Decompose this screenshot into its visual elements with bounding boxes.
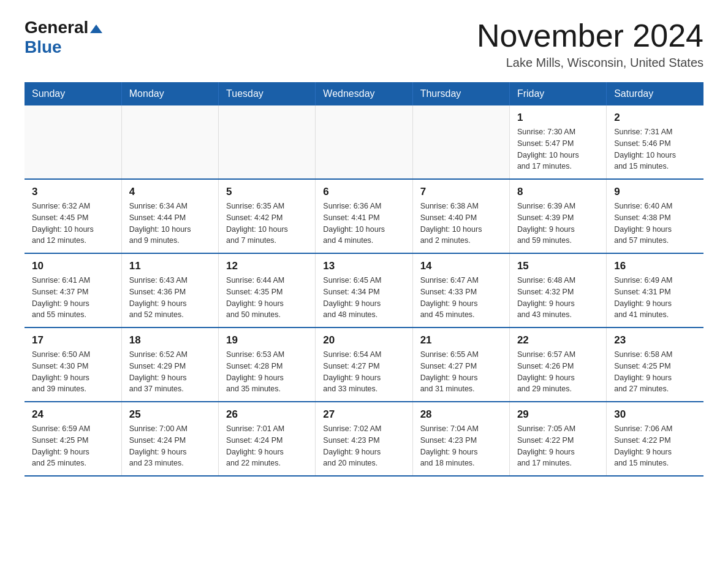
day-number: 28 (420, 408, 502, 421)
weekday-header-thursday: Thursday (412, 82, 509, 105)
weekday-header-saturday: Saturday (607, 82, 703, 105)
calendar-cell: 16Sunrise: 6:49 AM Sunset: 4:31 PM Dayli… (607, 253, 703, 327)
calendar-cell: 13Sunrise: 6:45 AM Sunset: 4:34 PM Dayli… (316, 253, 412, 327)
day-info: Sunrise: 7:31 AM Sunset: 5:46 PM Dayligh… (614, 126, 696, 172)
location-title: Lake Mills, Wisconsin, United States (477, 56, 703, 70)
day-info: Sunrise: 7:04 AM Sunset: 4:23 PM Dayligh… (420, 423, 502, 469)
weekday-header-sunday: Sunday (25, 82, 121, 105)
day-info: Sunrise: 6:59 AM Sunset: 4:25 PM Dayligh… (32, 423, 114, 469)
weekday-header-friday: Friday (509, 82, 606, 105)
calendar-cell: 23Sunrise: 6:58 AM Sunset: 4:25 PM Dayli… (607, 327, 703, 402)
day-info: Sunrise: 6:39 AM Sunset: 4:39 PM Dayligh… (517, 201, 599, 247)
day-number: 30 (614, 408, 696, 421)
day-info: Sunrise: 6:35 AM Sunset: 4:42 PM Dayligh… (226, 201, 308, 247)
day-info: Sunrise: 7:02 AM Sunset: 4:23 PM Dayligh… (323, 423, 404, 469)
calendar-cell: 25Sunrise: 7:00 AM Sunset: 4:24 PM Dayli… (121, 402, 218, 476)
day-info: Sunrise: 6:38 AM Sunset: 4:40 PM Dayligh… (420, 201, 502, 247)
calendar-cell: 6Sunrise: 6:36 AM Sunset: 4:41 PM Daylig… (316, 179, 412, 253)
calendar-cell: 28Sunrise: 7:04 AM Sunset: 4:23 PM Dayli… (412, 402, 509, 476)
day-info: Sunrise: 6:52 AM Sunset: 4:29 PM Dayligh… (129, 349, 211, 395)
day-number: 1 (517, 112, 599, 124)
day-number: 12 (226, 260, 308, 272)
day-number: 17 (32, 334, 114, 347)
day-info: Sunrise: 6:58 AM Sunset: 4:25 PM Dayligh… (614, 349, 696, 395)
day-number: 8 (517, 186, 599, 198)
calendar-table: SundayMondayTuesdayWednesdayThursdayFrid… (25, 82, 703, 477)
day-info: Sunrise: 6:43 AM Sunset: 4:36 PM Dayligh… (129, 275, 211, 321)
calendar-cell: 9Sunrise: 6:40 AM Sunset: 4:38 PM Daylig… (607, 179, 703, 253)
day-number: 2 (614, 112, 696, 124)
day-number: 3 (32, 186, 114, 198)
logo-general-text: General (25, 18, 102, 37)
calendar-cell: 14Sunrise: 6:47 AM Sunset: 4:33 PM Dayli… (412, 253, 509, 327)
calendar-cell: 27Sunrise: 7:02 AM Sunset: 4:23 PM Dayli… (316, 402, 412, 476)
day-number: 7 (420, 186, 502, 198)
calendar-cell: 1Sunrise: 7:30 AM Sunset: 5:47 PM Daylig… (509, 105, 606, 179)
calendar-header: SundayMondayTuesdayWednesdayThursdayFrid… (25, 82, 703, 105)
day-number: 11 (129, 260, 211, 272)
calendar-cell: 2Sunrise: 7:31 AM Sunset: 5:46 PM Daylig… (607, 105, 703, 179)
day-info: Sunrise: 7:01 AM Sunset: 4:24 PM Dayligh… (226, 423, 308, 469)
day-info: Sunrise: 6:48 AM Sunset: 4:32 PM Dayligh… (517, 275, 599, 321)
day-info: Sunrise: 6:53 AM Sunset: 4:28 PM Dayligh… (226, 349, 308, 395)
day-info: Sunrise: 6:45 AM Sunset: 4:34 PM Dayligh… (323, 275, 404, 321)
day-number: 29 (517, 408, 599, 421)
day-info: Sunrise: 6:55 AM Sunset: 4:27 PM Dayligh… (420, 349, 502, 395)
calendar-cell: 20Sunrise: 6:54 AM Sunset: 4:27 PM Dayli… (316, 327, 412, 402)
calendar-cell: 24Sunrise: 6:59 AM Sunset: 4:25 PM Dayli… (25, 402, 121, 476)
calendar-cell: 4Sunrise: 6:34 AM Sunset: 4:44 PM Daylig… (121, 179, 218, 253)
day-number: 27 (323, 408, 404, 421)
calendar-cell: 18Sunrise: 6:52 AM Sunset: 4:29 PM Dayli… (121, 327, 218, 402)
day-number: 14 (420, 260, 502, 272)
calendar-cell: 11Sunrise: 6:43 AM Sunset: 4:36 PM Dayli… (121, 253, 218, 327)
calendar-body: 1Sunrise: 7:30 AM Sunset: 5:47 PM Daylig… (25, 105, 703, 476)
calendar-cell (121, 105, 218, 179)
day-number: 24 (32, 408, 114, 421)
day-info: Sunrise: 7:05 AM Sunset: 4:22 PM Dayligh… (517, 423, 599, 469)
calendar-cell: 7Sunrise: 6:38 AM Sunset: 4:40 PM Daylig… (412, 179, 509, 253)
calendar-cell: 8Sunrise: 6:39 AM Sunset: 4:39 PM Daylig… (509, 179, 606, 253)
weekday-header-row: SundayMondayTuesdayWednesdayThursdayFrid… (25, 82, 703, 105)
day-number: 25 (129, 408, 211, 421)
calendar-cell (412, 105, 509, 179)
day-info: Sunrise: 6:57 AM Sunset: 4:26 PM Dayligh… (517, 349, 599, 395)
calendar-cell: 21Sunrise: 6:55 AM Sunset: 4:27 PM Dayli… (412, 327, 509, 402)
calendar-cell (316, 105, 412, 179)
calendar-cell (25, 105, 121, 179)
day-number: 20 (323, 334, 404, 347)
logo-triangle-icon (90, 25, 102, 33)
day-info: Sunrise: 6:32 AM Sunset: 4:45 PM Dayligh… (32, 201, 114, 247)
calendar-cell: 5Sunrise: 6:35 AM Sunset: 4:42 PM Daylig… (219, 179, 316, 253)
weekday-header-monday: Monday (121, 82, 218, 105)
day-info: Sunrise: 7:06 AM Sunset: 4:22 PM Dayligh… (614, 423, 696, 469)
title-area: November 2024 Lake Mills, Wisconsin, Uni… (477, 18, 703, 70)
calendar-week-2: 3Sunrise: 6:32 AM Sunset: 4:45 PM Daylig… (25, 179, 703, 253)
day-number: 15 (517, 260, 599, 272)
day-info: Sunrise: 6:54 AM Sunset: 4:27 PM Dayligh… (323, 349, 404, 395)
calendar-week-1: 1Sunrise: 7:30 AM Sunset: 5:47 PM Daylig… (25, 105, 703, 179)
day-info: Sunrise: 6:49 AM Sunset: 4:31 PM Dayligh… (614, 275, 696, 321)
calendar-week-5: 24Sunrise: 6:59 AM Sunset: 4:25 PM Dayli… (25, 402, 703, 476)
day-number: 13 (323, 260, 404, 272)
calendar-cell: 15Sunrise: 6:48 AM Sunset: 4:32 PM Dayli… (509, 253, 606, 327)
day-number: 4 (129, 186, 211, 198)
page-header: General Blue November 2024 Lake Mills, W… (25, 18, 703, 70)
day-info: Sunrise: 6:34 AM Sunset: 4:44 PM Dayligh… (129, 201, 211, 247)
day-info: Sunrise: 6:44 AM Sunset: 4:35 PM Dayligh… (226, 275, 308, 321)
weekday-header-wednesday: Wednesday (316, 82, 412, 105)
calendar-cell (219, 105, 316, 179)
logo: General Blue (25, 18, 102, 57)
calendar-cell: 10Sunrise: 6:41 AM Sunset: 4:37 PM Dayli… (25, 253, 121, 327)
calendar-cell: 3Sunrise: 6:32 AM Sunset: 4:45 PM Daylig… (25, 179, 121, 253)
calendar-cell: 30Sunrise: 7:06 AM Sunset: 4:22 PM Dayli… (607, 402, 703, 476)
day-number: 5 (226, 186, 308, 198)
calendar-week-4: 17Sunrise: 6:50 AM Sunset: 4:30 PM Dayli… (25, 327, 703, 402)
day-info: Sunrise: 7:00 AM Sunset: 4:24 PM Dayligh… (129, 423, 211, 469)
day-info: Sunrise: 6:41 AM Sunset: 4:37 PM Dayligh… (32, 275, 114, 321)
calendar-cell: 17Sunrise: 6:50 AM Sunset: 4:30 PM Dayli… (25, 327, 121, 402)
day-number: 10 (32, 260, 114, 272)
day-number: 9 (614, 186, 696, 198)
day-number: 23 (614, 334, 696, 347)
day-number: 6 (323, 186, 404, 198)
day-info: Sunrise: 6:50 AM Sunset: 4:30 PM Dayligh… (32, 349, 114, 395)
